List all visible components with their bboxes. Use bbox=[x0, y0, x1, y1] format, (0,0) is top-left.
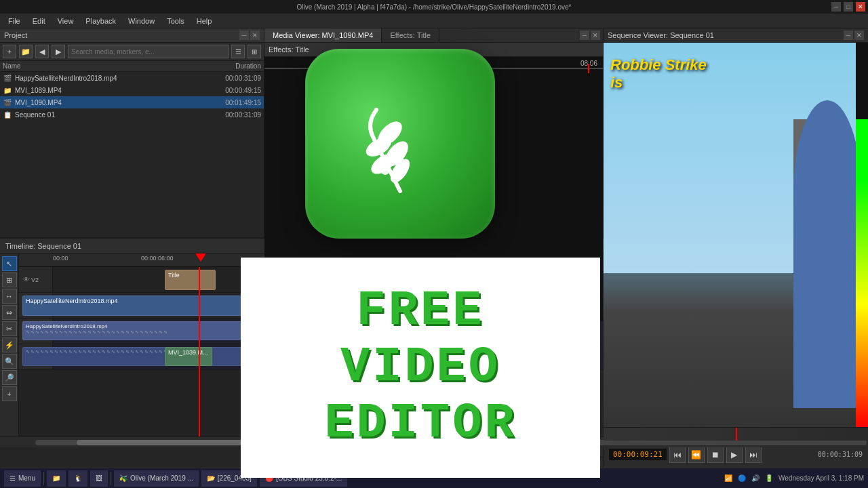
timeline-tools: ↖ ⊞ ↔ ⇔ ✂ ⚡ 🔍 🔎 + bbox=[0, 253, 19, 436]
titlebar: Olive (March 2019 | Alpha | f47a7da) - /… bbox=[0, 0, 868, 14]
taskbar-menu-button[interactable]: ☰ Menu bbox=[4, 470, 41, 487]
svg-point-6 bbox=[394, 154, 403, 163]
search-input[interactable] bbox=[68, 45, 229, 58]
tool-select[interactable]: ↖ bbox=[2, 256, 17, 271]
overlay-line3: EDITOR bbox=[324, 396, 516, 452]
sequence-viewer-header: Sequence Viewer: Sequence 01 ─ ✕ bbox=[604, 28, 868, 43]
menu-playback[interactable]: Playback bbox=[80, 16, 121, 26]
maximize-button[interactable]: □ bbox=[844, 2, 853, 12]
vu-meter-container bbox=[856, 43, 868, 427]
menu-icon: ☰ bbox=[9, 474, 16, 482]
close-button[interactable]: ✕ bbox=[856, 2, 865, 12]
overlay-text: FREE VIDEO EDITOR bbox=[324, 283, 516, 451]
duration-column-header: Duration bbox=[200, 62, 261, 70]
taskbar-penguin-button[interactable]: 🐧 bbox=[68, 470, 87, 487]
folder-button[interactable]: 📁 bbox=[19, 45, 33, 58]
tool-crop[interactable]: ⊞ bbox=[2, 272, 17, 287]
file-duration-1: 00:00:49:15 bbox=[200, 87, 261, 94]
project-header: Project ─ ✕ bbox=[0, 28, 264, 43]
sequence-preview: Robbie Strike is bbox=[604, 43, 868, 427]
grid-view-button[interactable]: ⊞ bbox=[248, 45, 261, 58]
volume-icon: 🔊 bbox=[751, 474, 760, 482]
back-button[interactable]: ◀ bbox=[35, 45, 49, 58]
forward-button[interactable]: ▶ bbox=[52, 45, 65, 58]
menu-edit[interactable]: Edit bbox=[27, 16, 51, 26]
network-icon: 📶 bbox=[724, 474, 732, 482]
overlay-line2: VIDEO bbox=[324, 340, 516, 396]
minimize-button[interactable]: ─ bbox=[831, 2, 841, 12]
list-view-button[interactable]: ☰ bbox=[231, 45, 245, 58]
overlay-line1: FREE bbox=[324, 283, 516, 340]
battery-icon: 🔋 bbox=[765, 474, 773, 482]
tool-zoom-out[interactable]: 🔎 bbox=[2, 370, 17, 385]
svg-point-5 bbox=[382, 138, 391, 147]
panel-pin[interactable]: ─ bbox=[580, 30, 589, 40]
taskbar-sep-2 bbox=[111, 472, 111, 485]
taskbar-olive-button[interactable]: 🫒 Olive (March 2019 ... bbox=[114, 470, 199, 487]
file-name-1: MVI_1089.MP4 bbox=[15, 87, 197, 94]
tool-zoom-in[interactable]: 🔍 bbox=[2, 354, 17, 369]
taskbar-menu-label: Menu bbox=[18, 474, 35, 482]
file-item-3[interactable]: 📋 Sequence 01 00:00:31:09 bbox=[0, 108, 264, 121]
ctrl-play[interactable]: ▶ bbox=[726, 447, 743, 463]
project-collapse[interactable]: ─ bbox=[239, 30, 249, 40]
file-item-2[interactable]: 🎬 MVI_1090.MP4 00:01:49:15 bbox=[0, 96, 264, 108]
titlebar-controls: ─ □ ✕ bbox=[831, 2, 865, 12]
menu-tools[interactable]: Tools bbox=[161, 16, 190, 26]
free-video-editor-overlay: FREE VIDEO EDITOR bbox=[241, 258, 600, 478]
project-close[interactable]: ✕ bbox=[250, 30, 260, 40]
file-icon-0: 🎬 bbox=[3, 73, 12, 83]
project-header-controls: ─ ✕ bbox=[239, 30, 260, 40]
bluetooth-icon: 🔵 bbox=[738, 474, 746, 482]
seq-close[interactable]: ✕ bbox=[854, 30, 864, 40]
sequence-preview-image: Robbie Strike is bbox=[604, 43, 868, 427]
vu-meter-bar bbox=[856, 119, 868, 427]
preview-overlay-text: Robbie Strike is bbox=[610, 56, 707, 92]
file-name-3: Sequence 01 bbox=[15, 111, 197, 119]
clip-mvi1039-a2[interactable]: MVI_1039.M... bbox=[165, 347, 212, 366]
seq-ruler bbox=[604, 428, 868, 441]
seq-header-controls: ─ ✕ bbox=[844, 30, 864, 40]
tool-ripple[interactable]: ✂ bbox=[2, 321, 17, 336]
svg-point-7 bbox=[381, 167, 389, 175]
seq-timeline bbox=[604, 427, 868, 441]
ctrl-skip-end[interactable]: ⏭ bbox=[745, 447, 762, 463]
ctrl-skip-start[interactable]: ⏮ bbox=[669, 447, 686, 463]
tab-media-viewer[interactable]: Media Viewer: MVI_1090.MP4 bbox=[264, 28, 382, 42]
seq-end-time: 00:00:31:09 bbox=[818, 451, 863, 458]
panel-controls: ─ ✕ bbox=[580, 30, 600, 40]
person-silhouette bbox=[793, 100, 861, 408]
clip-title[interactable]: Title bbox=[165, 270, 216, 290]
olive-logo-svg bbox=[339, 83, 461, 205]
sequence-viewer-panel: Sequence Viewer: Sequence 01 ─ ✕ Robbie … bbox=[604, 28, 868, 468]
tool-slide[interactable]: ⇔ bbox=[2, 305, 17, 320]
menu-view[interactable]: View bbox=[52, 16, 79, 26]
file-list-header: Name Duration bbox=[0, 61, 264, 72]
menubar: File Edit View Playback Window Tools Hel… bbox=[0, 14, 868, 28]
taskbar-files-button[interactable]: 📁 bbox=[47, 470, 66, 487]
titlebar-text: Olive (March 2019 | Alpha | f47a7da) - /… bbox=[297, 3, 572, 11]
tool-move[interactable]: ↔ bbox=[2, 289, 17, 304]
tool-razor[interactable]: ⚡ bbox=[2, 338, 17, 352]
file-icon-3: 📋 bbox=[3, 110, 12, 119]
taskbar-right: 📶 🔵 🔊 🔋 Wednesday April 3, 1:18 PM bbox=[724, 474, 864, 482]
seq-playhead-line bbox=[736, 428, 737, 441]
add-media-button[interactable]: + bbox=[3, 45, 16, 58]
tool-add[interactable]: + bbox=[2, 386, 17, 401]
ctrl-stop[interactable]: ⏹ bbox=[707, 447, 724, 463]
taskbar-img-button[interactable]: 🖼 bbox=[90, 470, 108, 487]
menu-window[interactable]: Window bbox=[123, 16, 160, 26]
file-item-0[interactable]: 🎬 HappySatelliteNerdIntro2018.mp4 00:00:… bbox=[0, 72, 264, 84]
menu-file[interactable]: File bbox=[3, 16, 26, 26]
panel-close-viewer[interactable]: ✕ bbox=[591, 30, 600, 40]
file-icon-2: 🎬 bbox=[3, 98, 12, 107]
menu-help[interactable]: Help bbox=[191, 16, 218, 26]
seq-collapse[interactable]: ─ bbox=[844, 30, 853, 40]
file-name-0: HappySatelliteNerdIntro2018.mp4 bbox=[15, 75, 197, 82]
file-item-1[interactable]: 📁 MVI_1089.MP4 00:00:49:15 bbox=[0, 84, 264, 96]
olive-taskbar-icon: 🫒 bbox=[119, 474, 127, 482]
ctrl-rewind[interactable]: ⏪ bbox=[688, 447, 705, 463]
file-duration-2: 00:01:49:15 bbox=[200, 99, 261, 106]
file-name-2: MVI_1090.MP4 bbox=[15, 99, 197, 106]
tab-effects[interactable]: Effects: Title bbox=[382, 28, 439, 42]
